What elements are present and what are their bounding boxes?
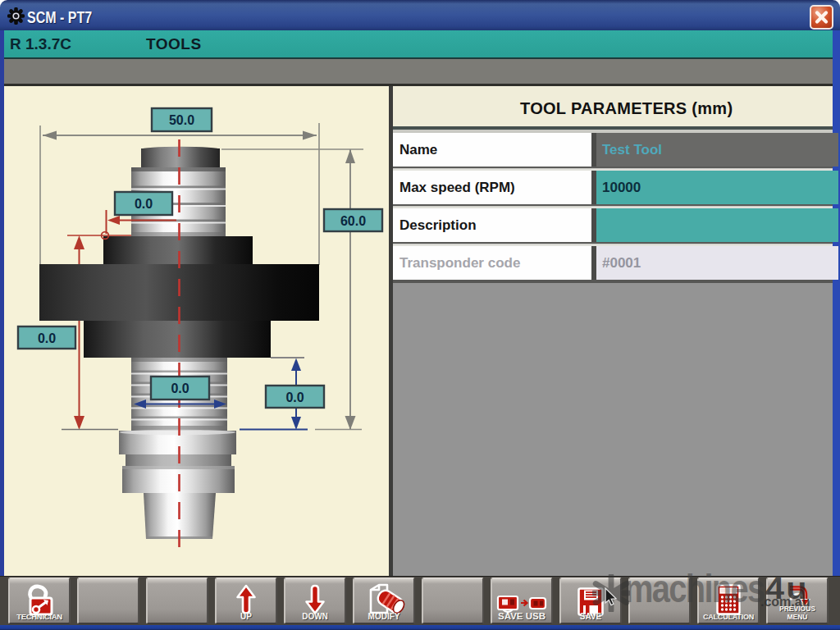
svg-text:0.0: 0.0 xyxy=(135,197,153,211)
svg-text:60.0: 60.0 xyxy=(340,214,366,228)
svg-text:0.0: 0.0 xyxy=(38,331,56,345)
svg-text:0.0: 0.0 xyxy=(285,390,304,404)
svg-text:50.0: 50.0 xyxy=(169,113,194,127)
svg-text:0.0: 0.0 xyxy=(171,381,189,395)
